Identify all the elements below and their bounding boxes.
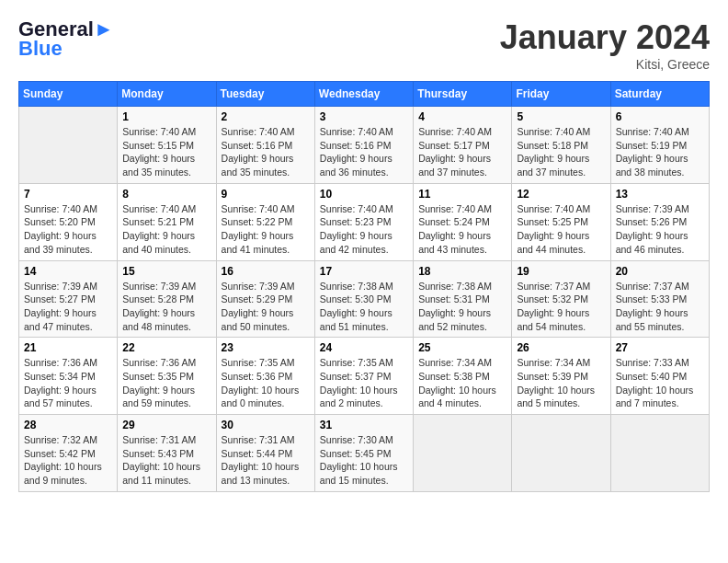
- day-info: Sunrise: 7:40 AMSunset: 5:18 PMDaylight:…: [517, 125, 605, 179]
- day-number: 2: [222, 110, 310, 123]
- week-row-2: 7Sunrise: 7:40 AMSunset: 5:20 PMDaylight…: [19, 183, 710, 260]
- week-row-4: 21Sunrise: 7:36 AMSunset: 5:34 PMDayligh…: [19, 338, 710, 415]
- day-info: Sunrise: 7:40 AMSunset: 5:16 PMDaylight:…: [320, 125, 408, 179]
- day-number: 13: [616, 188, 704, 201]
- location: Kitsi, Greece: [500, 57, 710, 72]
- day-number: 16: [222, 265, 310, 278]
- day-header-thursday: Thursday: [414, 82, 512, 107]
- day-info: Sunrise: 7:40 AMSunset: 5:19 PMDaylight:…: [616, 125, 704, 179]
- day-number: 19: [517, 265, 605, 278]
- day-info: Sunrise: 7:40 AMSunset: 5:15 PMDaylight:…: [122, 125, 210, 179]
- day-number: 3: [320, 110, 408, 123]
- calendar-cell: [19, 107, 118, 184]
- logo: General► Blue: [18, 18, 114, 61]
- day-info: Sunrise: 7:30 AMSunset: 5:45 PMDaylight:…: [320, 433, 408, 488]
- day-number: 23: [222, 341, 310, 354]
- calendar-cell: 24Sunrise: 7:35 AMSunset: 5:37 PMDayligh…: [314, 338, 413, 415]
- day-info: Sunrise: 7:36 AMSunset: 5:34 PMDaylight:…: [24, 356, 112, 410]
- calendar-cell: 19Sunrise: 7:37 AMSunset: 5:32 PMDayligh…: [512, 260, 610, 338]
- calendar-cell: 29Sunrise: 7:31 AMSunset: 5:43 PMDayligh…: [118, 415, 216, 492]
- day-info: Sunrise: 7:32 AMSunset: 5:42 PMDaylight:…: [24, 433, 112, 488]
- day-number: 26: [517, 341, 605, 354]
- calendar-cell: 14Sunrise: 7:39 AMSunset: 5:27 PMDayligh…: [19, 260, 118, 338]
- day-info: Sunrise: 7:38 AMSunset: 5:30 PMDaylight:…: [320, 280, 408, 334]
- day-info: Sunrise: 7:31 AMSunset: 5:43 PMDaylight:…: [122, 433, 210, 488]
- day-info: Sunrise: 7:39 AMSunset: 5:28 PMDaylight:…: [122, 280, 210, 334]
- calendar-cell: 31Sunrise: 7:30 AMSunset: 5:45 PMDayligh…: [314, 415, 413, 492]
- day-info: Sunrise: 7:33 AMSunset: 5:40 PMDaylight:…: [616, 356, 704, 410]
- day-number: 4: [418, 110, 506, 123]
- calendar-cell: 25Sunrise: 7:34 AMSunset: 5:38 PMDayligh…: [414, 338, 512, 415]
- day-info: Sunrise: 7:39 AMSunset: 5:27 PMDaylight:…: [24, 280, 112, 334]
- calendar-cell: 18Sunrise: 7:38 AMSunset: 5:31 PMDayligh…: [414, 260, 512, 338]
- day-info: Sunrise: 7:40 AMSunset: 5:17 PMDaylight:…: [418, 125, 506, 179]
- day-number: 5: [517, 110, 605, 123]
- day-number: 24: [320, 341, 408, 354]
- header-row: SundayMondayTuesdayWednesdayThursdayFrid…: [19, 82, 710, 107]
- calendar-cell: 7Sunrise: 7:40 AMSunset: 5:20 PMDaylight…: [19, 183, 118, 260]
- day-info: Sunrise: 7:31 AMSunset: 5:44 PMDaylight:…: [222, 433, 310, 488]
- calendar-cell: 28Sunrise: 7:32 AMSunset: 5:42 PMDayligh…: [19, 415, 118, 492]
- day-info: Sunrise: 7:40 AMSunset: 5:22 PMDaylight:…: [222, 202, 310, 257]
- calendar-cell: 21Sunrise: 7:36 AMSunset: 5:34 PMDayligh…: [19, 338, 118, 415]
- day-number: 20: [616, 265, 704, 278]
- day-number: 10: [320, 188, 408, 201]
- day-header-wednesday: Wednesday: [314, 82, 413, 107]
- day-number: 18: [418, 265, 506, 278]
- day-header-saturday: Saturday: [610, 82, 709, 107]
- calendar-table: SundayMondayTuesdayWednesdayThursdayFrid…: [18, 81, 710, 492]
- day-number: 9: [222, 188, 310, 201]
- day-header-sunday: Sunday: [19, 82, 118, 107]
- day-number: 30: [222, 419, 310, 431]
- day-info: Sunrise: 7:36 AMSunset: 5:35 PMDaylight:…: [122, 356, 210, 410]
- calendar-cell: 15Sunrise: 7:39 AMSunset: 5:28 PMDayligh…: [118, 260, 216, 338]
- day-info: Sunrise: 7:34 AMSunset: 5:38 PMDaylight:…: [418, 356, 506, 410]
- calendar-cell: 12Sunrise: 7:40 AMSunset: 5:25 PMDayligh…: [512, 183, 610, 260]
- day-info: Sunrise: 7:35 AMSunset: 5:37 PMDaylight:…: [320, 356, 408, 410]
- day-number: 14: [24, 265, 112, 278]
- day-header-monday: Monday: [118, 82, 216, 107]
- day-number: 29: [122, 419, 210, 431]
- calendar-cell: 13Sunrise: 7:39 AMSunset: 5:26 PMDayligh…: [610, 183, 709, 260]
- week-row-3: 14Sunrise: 7:39 AMSunset: 5:27 PMDayligh…: [19, 260, 710, 338]
- calendar-cell: 10Sunrise: 7:40 AMSunset: 5:23 PMDayligh…: [314, 183, 413, 260]
- calendar-cell: 11Sunrise: 7:40 AMSunset: 5:24 PMDayligh…: [414, 183, 512, 260]
- calendar-cell: 16Sunrise: 7:39 AMSunset: 5:29 PMDayligh…: [216, 260, 314, 338]
- day-info: Sunrise: 7:40 AMSunset: 5:20 PMDaylight:…: [24, 202, 112, 257]
- day-number: 25: [418, 341, 506, 354]
- calendar-cell: 2Sunrise: 7:40 AMSunset: 5:16 PMDaylight…: [216, 107, 314, 184]
- day-number: 8: [122, 188, 210, 201]
- day-info: Sunrise: 7:38 AMSunset: 5:31 PMDaylight:…: [418, 280, 506, 334]
- day-number: 27: [616, 341, 704, 354]
- calendar-cell: 30Sunrise: 7:31 AMSunset: 5:44 PMDayligh…: [216, 415, 314, 492]
- calendar-cell: [512, 415, 610, 492]
- calendar-cell: 22Sunrise: 7:36 AMSunset: 5:35 PMDayligh…: [118, 338, 216, 415]
- day-number: 6: [616, 110, 704, 123]
- day-number: 11: [418, 188, 506, 201]
- calendar-cell: 17Sunrise: 7:38 AMSunset: 5:30 PMDayligh…: [314, 260, 413, 338]
- day-info: Sunrise: 7:40 AMSunset: 5:21 PMDaylight:…: [122, 202, 210, 257]
- day-number: 31: [320, 419, 408, 431]
- day-info: Sunrise: 7:39 AMSunset: 5:29 PMDaylight:…: [222, 280, 310, 334]
- day-info: Sunrise: 7:40 AMSunset: 5:25 PMDaylight:…: [517, 202, 605, 257]
- day-number: 12: [517, 188, 605, 201]
- day-header-friday: Friday: [512, 82, 610, 107]
- day-info: Sunrise: 7:39 AMSunset: 5:26 PMDaylight:…: [616, 202, 704, 257]
- calendar-cell: 27Sunrise: 7:33 AMSunset: 5:40 PMDayligh…: [610, 338, 709, 415]
- calendar-cell: 5Sunrise: 7:40 AMSunset: 5:18 PMDaylight…: [512, 107, 610, 184]
- calendar-cell: 23Sunrise: 7:35 AMSunset: 5:36 PMDayligh…: [216, 338, 314, 415]
- calendar-cell: 8Sunrise: 7:40 AMSunset: 5:21 PMDaylight…: [118, 183, 216, 260]
- day-number: 22: [122, 341, 210, 354]
- calendar-cell: 20Sunrise: 7:37 AMSunset: 5:33 PMDayligh…: [610, 260, 709, 338]
- calendar-cell: 3Sunrise: 7:40 AMSunset: 5:16 PMDaylight…: [314, 107, 413, 184]
- day-info: Sunrise: 7:34 AMSunset: 5:39 PMDaylight:…: [517, 356, 605, 410]
- day-info: Sunrise: 7:37 AMSunset: 5:32 PMDaylight:…: [517, 280, 605, 334]
- day-info: Sunrise: 7:40 AMSunset: 5:24 PMDaylight:…: [418, 202, 506, 257]
- calendar-cell: 1Sunrise: 7:40 AMSunset: 5:15 PMDaylight…: [118, 107, 216, 184]
- month-title: January 2024: [500, 18, 710, 57]
- calendar-cell: 4Sunrise: 7:40 AMSunset: 5:17 PMDaylight…: [414, 107, 512, 184]
- calendar-cell: 9Sunrise: 7:40 AMSunset: 5:22 PMDaylight…: [216, 183, 314, 260]
- day-number: 21: [24, 341, 112, 354]
- day-info: Sunrise: 7:37 AMSunset: 5:33 PMDaylight:…: [616, 280, 704, 334]
- day-info: Sunrise: 7:35 AMSunset: 5:36 PMDaylight:…: [222, 356, 310, 410]
